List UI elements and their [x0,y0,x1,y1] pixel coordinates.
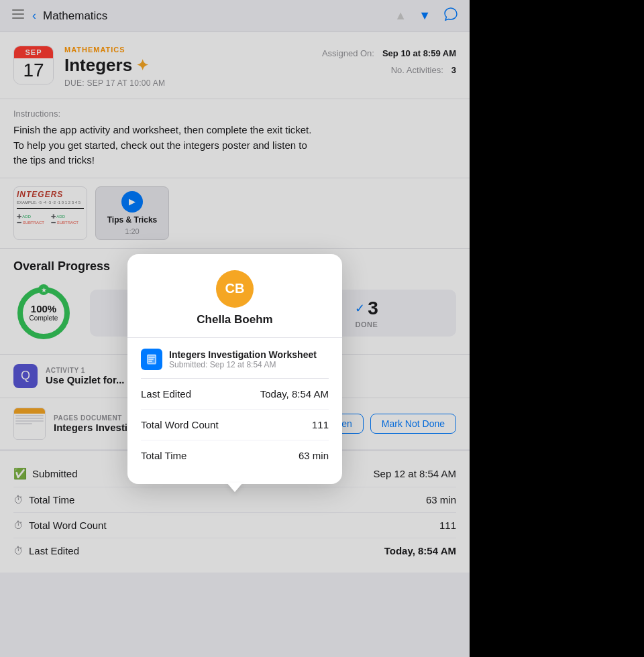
avatar: CB [216,270,254,308]
popup-time-label: Total Time [141,450,186,461]
popup-overlay: CB Chella Boehm Integer [0,0,470,657]
svg-rect-10 [148,361,152,362]
popup-body: Integers Investigation Worksheet Submitt… [127,338,342,484]
popup-word-count-value: 111 [312,419,329,430]
popup-doc-name: Integers Investigation Worksheet [169,349,329,360]
popup-time-row: Total Time 63 min [141,440,329,471]
svg-rect-8 [148,357,155,358]
popup-word-count-label: Total Word Count [141,419,219,430]
popup-word-count-row: Total Word Count 111 [141,410,329,440]
popup-student-name: Chella Boehm [197,313,272,326]
popup-last-edited-label: Last Edited [141,388,191,400]
popup-doc-row: Integers Investigation Worksheet Submitt… [141,338,329,379]
student-popup: CB Chella Boehm Integer [127,254,342,484]
popup-doc-info: Integers Investigation Worksheet Submitt… [169,349,329,369]
popup-last-edited-row: Last Edited Today, 8:54 AM [141,379,329,410]
svg-rect-9 [148,359,154,360]
popup-doc-submitted: Submitted: Sep 12 at 8:54 AM [169,360,329,369]
popup-header: CB Chella Boehm [127,254,342,338]
popup-doc-icon [141,349,162,370]
popup-last-edited-value: Today, 8:54 AM [260,388,329,400]
popup-time-value: 63 min [299,450,329,461]
